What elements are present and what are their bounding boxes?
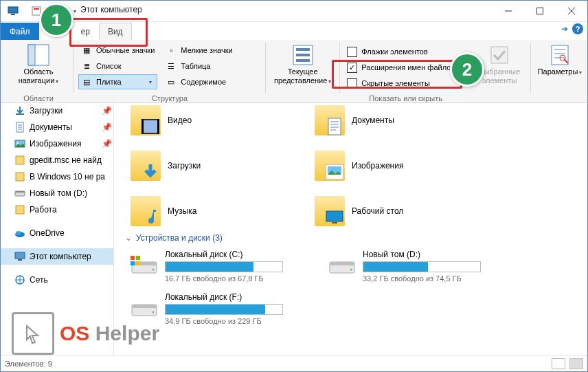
svg-rect-45 xyxy=(131,256,135,260)
disk-c[interactable]: Локальный диск (C:)16,7 ГБ свободно из 6… xyxy=(131,250,309,283)
checkbox-item-extensions[interactable]: Расширения имен файлов xyxy=(344,60,457,75)
nav-label: Сеть xyxy=(30,275,48,285)
svg-rect-14 xyxy=(296,59,310,62)
folder-label: Рабочий стол xyxy=(352,206,403,216)
work-icon xyxy=(14,204,25,215)
devices-group-label: Устройства и диски (3) xyxy=(136,233,223,243)
ribbon-group-current-view: Текущее представление xyxy=(267,41,338,102)
view-content[interactable]: ▭Содержимое xyxy=(163,74,235,89)
nav-label: gpedit.msc не найд xyxy=(30,155,102,165)
watermark-logo: OS Helper xyxy=(12,312,159,355)
qat-dropdown-icon[interactable]: ▾ xyxy=(74,8,76,14)
tiles-icon: ▤ xyxy=(81,76,92,87)
nav-label: Работа xyxy=(30,205,57,215)
maximize-button[interactable] xyxy=(524,1,556,21)
disk-free-text: 16,7 ГБ свободно из 67,8 ГБ xyxy=(165,274,309,283)
view-regular-icons[interactable]: ▦Обычные значки xyxy=(78,43,157,58)
disk-name: Новый том (D:) xyxy=(363,250,507,259)
svg-rect-13 xyxy=(296,54,310,56)
ribbon-group-layout: ▦Обычные значки ≣Список ▤Плитка▾ ▫Мелкие… xyxy=(76,41,264,102)
view-list[interactable]: ≣Список xyxy=(78,58,157,74)
nav-item-network[interactable]: Сеть xyxy=(1,272,113,288)
view-table[interactable]: ☰Таблица xyxy=(163,58,235,74)
close-button[interactable] xyxy=(556,1,587,21)
tab-file[interactable]: Файл xyxy=(1,23,39,40)
navigation-pane-icon xyxy=(27,44,49,66)
nav-item-work[interactable]: Работа xyxy=(1,201,113,218)
checkbox-item-hidden[interactable]: Скрытые элементы xyxy=(344,76,457,91)
folder-music[interactable]: Музыка xyxy=(131,195,295,228)
details-view-icon[interactable] xyxy=(552,358,565,369)
disk-name: Локальный диск (C:) xyxy=(165,250,309,259)
annotation-badge-2: 2 xyxy=(450,52,484,87)
svg-rect-0 xyxy=(8,7,18,13)
tab-computer-partial[interactable]: ер xyxy=(72,23,99,40)
folder-pictures[interactable]: Изображения xyxy=(315,149,479,182)
folder-icon xyxy=(315,196,345,226)
svg-rect-23 xyxy=(16,173,24,181)
folder-desktop[interactable]: Рабочий стол xyxy=(315,195,479,228)
ribbon-group-areas: Область навигации Области xyxy=(5,41,72,102)
current-view-label: Текущее представление xyxy=(274,67,332,86)
cursor-icon xyxy=(12,312,54,355)
gpedit-icon xyxy=(14,155,25,166)
content-area[interactable]: ВидеоДокументыЗагрузкиИзображенияМузыкаР… xyxy=(114,101,587,356)
ribbon-collapse-icon[interactable]: ➔ xyxy=(561,24,568,34)
checkbox-icon xyxy=(347,47,357,57)
nav-label: OneDrive xyxy=(30,228,65,238)
folder-label: Изображения xyxy=(352,161,403,171)
folder-downloads[interactable]: Загрузки xyxy=(131,149,295,182)
minimize-button[interactable] xyxy=(493,1,524,21)
svg-rect-33 xyxy=(143,120,158,133)
nav-item-downloads[interactable]: Загрузки📌 xyxy=(1,102,113,119)
nav-label: Новый том (D:) xyxy=(30,188,87,198)
window-controls xyxy=(493,1,587,21)
nav-item-w10[interactable]: В Windows 10 не ра xyxy=(1,168,113,185)
options-icon xyxy=(549,44,571,66)
svg-point-44 xyxy=(152,269,155,271)
current-view-button[interactable]: Текущее представление xyxy=(272,43,334,87)
svg-rect-36 xyxy=(328,118,341,135)
small-icons-icon: ▫ xyxy=(166,45,177,56)
disk-f[interactable]: Локальный диск (F:)34,9 ГБ свободно из 2… xyxy=(131,292,580,325)
disk-free-text: 33,2 ГБ свободно из 74,5 ГБ xyxy=(363,274,507,283)
folder-label: Видео xyxy=(168,116,192,125)
checkbox-item-flags[interactable]: Флажки элементов xyxy=(344,44,457,59)
view-switcher[interactable] xyxy=(552,358,583,369)
view-tiles[interactable]: ▤Плитка▾ xyxy=(78,74,157,89)
svg-rect-48 xyxy=(136,261,140,265)
folder-icon xyxy=(131,196,161,226)
nav-label: Изображения xyxy=(30,139,81,149)
folder-documents[interactable]: Документы xyxy=(315,104,479,137)
nav-item-gpedit[interactable]: gpedit.msc не найд xyxy=(1,152,113,168)
tiles-dropdown-icon[interactable]: ▾ xyxy=(149,79,152,85)
folder-videos[interactable]: Видео xyxy=(131,104,295,137)
w10-icon xyxy=(14,171,25,182)
nav-item-onedrive[interactable]: OneDrive xyxy=(1,225,113,241)
help-icon[interactable]: ? xyxy=(572,23,583,34)
navigation-pane-button[interactable]: Область навигации xyxy=(8,43,69,87)
options-button[interactable]: Параметры xyxy=(529,43,588,78)
drive-icon xyxy=(328,256,356,276)
disk-d[interactable]: Новый том (D:)33,2 ГБ свободно из 74,5 Г… xyxy=(328,250,507,283)
thumbnails-view-icon[interactable] xyxy=(569,358,583,369)
nav-item-thispc[interactable]: Этот компьютер xyxy=(1,248,113,265)
view-small-icons[interactable]: ▫Мелкие значки xyxy=(163,43,235,58)
selected-items-icon xyxy=(488,44,510,66)
nav-item-pictures[interactable]: Изображения📌 xyxy=(1,135,113,152)
nav-item-documents[interactable]: Документы📌 xyxy=(1,119,113,135)
svg-point-28 xyxy=(16,231,21,235)
annotation-badge-1: 1 xyxy=(39,3,74,37)
explorer-window: 1 2 ▾ Этот компьютер ➔ ? Файл xyxy=(0,0,588,372)
regular-icons-icon: ▦ xyxy=(81,45,92,56)
folder-label: Загрузки xyxy=(168,161,201,171)
svg-rect-18 xyxy=(16,113,24,115)
ribbon: Область навигации Области ▦Обычные значк… xyxy=(1,40,587,103)
devices-group-header[interactable]: ⌄ Устройства и диски (3) xyxy=(125,233,580,243)
tab-view[interactable]: Вид xyxy=(99,23,132,40)
svg-rect-25 xyxy=(15,191,25,193)
svg-rect-2 xyxy=(32,7,41,15)
drive-icon xyxy=(131,256,158,276)
nav-item-newvol[interactable]: Новый том (D:) xyxy=(1,185,113,201)
nav-label: Документы xyxy=(30,122,72,132)
